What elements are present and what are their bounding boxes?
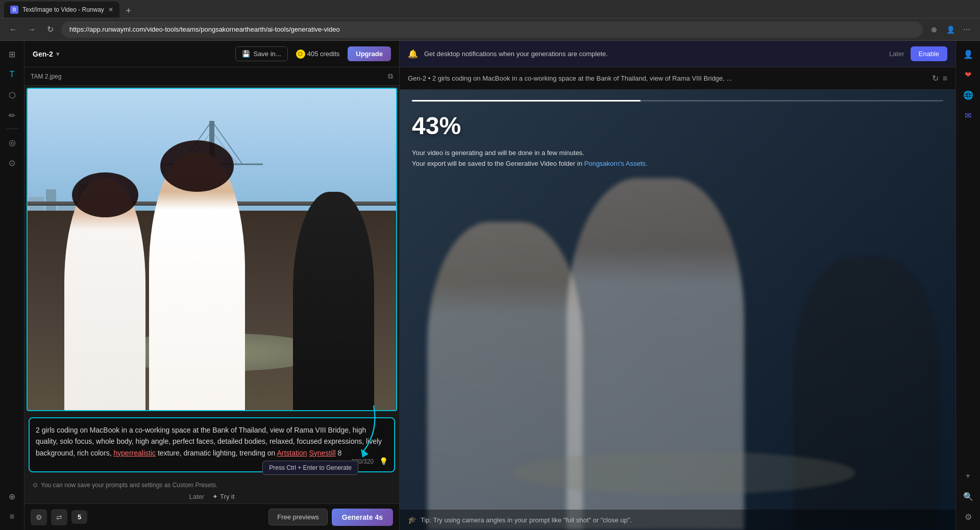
bell-icon: 🔔	[408, 49, 418, 59]
duration-badge[interactable]: 5	[71, 510, 87, 524]
tip-text: Tip: Try using camera angles in your pro…	[421, 516, 632, 524]
prompt-textarea[interactable]: 2 girls coding on MacBook in a co-workin…	[36, 424, 388, 465]
app-header: Gen-2 ▾ 💾 Save in... ⬡ 405 credits Upgra…	[24, 41, 399, 67]
active-tab[interactable]: R Text/Image to Video - Runway ✕	[4, 2, 119, 18]
profile-button[interactable]: 👤	[943, 22, 958, 37]
underlined-word-2: Artstation	[277, 449, 307, 457]
save-in-button[interactable]: 💾 Save in...	[235, 46, 287, 61]
right-sidebar-icon-2[interactable]: ❤	[959, 65, 977, 84]
editor-file-bar: TAM 2.jpeg ⧉	[24, 67, 399, 86]
editor-panel: Gen-2 ▾ 💾 Save in... ⬡ 405 credits Upgra…	[24, 41, 400, 530]
right-sidebar-icon-1[interactable]: 👤	[959, 45, 977, 63]
sidebar-ring-icon[interactable]: ⊙	[3, 154, 21, 172]
browser-tab-bar: R Text/Image to Video - Runway ✕ +	[0, 0, 980, 18]
sidebar-expand-icon[interactable]: ⊕	[3, 487, 21, 506]
main-image	[28, 89, 396, 410]
sidebar-menu-icon[interactable]: ≡	[3, 508, 21, 526]
progress-description: Your video is generating and will be don…	[412, 148, 943, 169]
progress-line-2: Your export will be saved to the Generat…	[412, 159, 943, 169]
tryit-button[interactable]: ✦ Try it	[212, 493, 234, 500]
forward-button[interactable]: →	[24, 22, 39, 37]
tooltip-text: Press Ctrl + Enter to Generate	[269, 464, 352, 471]
underlined-word-3: Synestill	[309, 449, 335, 457]
credits-amount: 405 credits	[307, 50, 340, 58]
bottom-toolbar: ⚙ ⇄ 5 Free previews Generate 4s	[24, 503, 399, 530]
sidebar-shape-icon[interactable]: ⬡	[3, 86, 21, 104]
generate-button[interactable]: Generate 4s	[332, 509, 393, 526]
main-content: Gen-2 ▾ 💾 Save in... ⬡ 405 credits Upgra…	[24, 41, 980, 530]
sidebar-circle-icon[interactable]: ◎	[3, 133, 21, 152]
left-sidebar: ⊞ T ⬡ ✏ ◎ ⊙ ⊕ ≡	[0, 41, 24, 530]
enable-button[interactable]: Enable	[911, 46, 947, 61]
editor-top-actions: ⧉	[388, 72, 393, 81]
right-sidebar-add-icon[interactable]: +	[959, 467, 977, 485]
browser-actions: ⊕ 👤 ⋯	[927, 22, 974, 37]
refresh-button[interactable]: ↻	[43, 22, 57, 37]
back-button[interactable]: ←	[6, 22, 20, 37]
arrow-annotation	[343, 400, 384, 464]
gen2-selector[interactable]: Gen-2 ▾	[33, 50, 59, 58]
image-container	[27, 88, 397, 411]
app-container: ⊞ T ⬡ ✏ ◎ ⊙ ⊕ ≡ Gen-2 ▾ 💾 Save in...	[0, 41, 980, 530]
tooltip-bar: Press Ctrl + Enter to Generate	[262, 461, 358, 475]
progress-overlay: 43% Your video is generating and will be…	[400, 90, 955, 180]
address-input[interactable]	[61, 21, 923, 38]
save-icon: 💾	[242, 50, 250, 58]
switch-tool-button[interactable]: ⇄	[51, 509, 67, 525]
bg-table	[511, 451, 855, 495]
video-progress-area: 43% Your video is generating and will be…	[400, 90, 955, 530]
custom-preset-area: ⊙ You can now save your prompts and sett…	[24, 476, 399, 503]
custom-preset-notice: ⊙ You can now save your prompts and sett…	[29, 479, 395, 491]
tip-icon: 🎓	[408, 516, 416, 524]
progress-link[interactable]: Pongsakorn's Assets.	[584, 160, 648, 167]
later-button[interactable]: Later	[189, 493, 204, 500]
notification-ribbon: 🔔 Get desktop notifications when your ge…	[400, 41, 955, 67]
sidebar-divider-1	[6, 129, 18, 129]
settings-tool-button[interactable]: ⚙	[31, 509, 47, 525]
preset-icon: ⊙	[33, 482, 38, 489]
credits-icon: ⬡	[296, 49, 305, 59]
settings-button[interactable]: ⋯	[960, 22, 974, 37]
progress-line-1: Your video is generating and will be don…	[412, 148, 943, 159]
tab-title: Text/Image to Video - Runway	[22, 6, 104, 13]
tab-close-button[interactable]: ✕	[108, 6, 113, 13]
right-sidebar-search-icon[interactable]: 🔍	[959, 487, 977, 506]
notification-later-button[interactable]: Later	[889, 50, 904, 58]
progress-percentage: 43%	[412, 112, 943, 140]
tip-bar: 🎓 Tip: Try using camera angles in your p…	[400, 510, 955, 530]
tab-favicon: R	[10, 6, 18, 14]
credits-display: ⬡ 405 credits	[296, 49, 340, 59]
preset-text: You can now save your prompts and settin…	[41, 482, 217, 489]
hair-left	[72, 172, 138, 217]
more-options-button[interactable]: ≡	[943, 74, 947, 83]
progress-bar-fill	[412, 100, 641, 102]
sidebar-home-icon[interactable]: ⊞	[3, 45, 21, 63]
hair-center	[160, 140, 234, 192]
gen2-label-text: Gen-2	[33, 50, 53, 58]
bg-figure-right	[794, 257, 939, 530]
figure-right	[293, 192, 374, 410]
right-sidebar-icon-4[interactable]: ✉	[959, 106, 977, 124]
sidebar-text-icon[interactable]: T	[3, 65, 21, 84]
right-sidebar-settings-icon[interactable]: ⚙	[959, 508, 977, 526]
right-sidebar: 👤 ❤ 🌐 ✉ + 🔍 ⚙	[955, 41, 980, 530]
underlined-word-1: hyperrealistic	[114, 449, 156, 457]
sidebar-paint-icon[interactable]: ✏	[3, 106, 21, 124]
free-previews-button[interactable]: Free previews	[268, 509, 328, 525]
later-tryit-row: Later ✦ Try it	[29, 491, 395, 500]
copy-icon[interactable]: ⧉	[388, 72, 393, 81]
gen2-dropdown-icon: ▾	[56, 51, 59, 58]
file-label: TAM 2.jpeg	[31, 73, 61, 80]
new-tab-button[interactable]: +	[121, 4, 136, 18]
progress-bar-track	[412, 100, 943, 102]
sparkle-icon: ✦	[212, 493, 218, 500]
notification-text: Get desktop notifications when your gene…	[424, 50, 883, 58]
address-bar-row: ← → ↻ ⊕ 👤 ⋯	[0, 18, 980, 41]
tryit-label: Try it	[220, 493, 234, 500]
save-in-label: Save in...	[253, 50, 281, 58]
prompt-title-bar: Gen-2 • 2 girls coding on MacBook in a c…	[400, 67, 955, 90]
extensions-button[interactable]: ⊕	[927, 22, 941, 37]
upgrade-button[interactable]: Upgrade	[348, 46, 391, 61]
right-sidebar-icon-3[interactable]: 🌐	[959, 86, 977, 104]
refresh-prompt-button[interactable]: ↻	[932, 73, 939, 83]
